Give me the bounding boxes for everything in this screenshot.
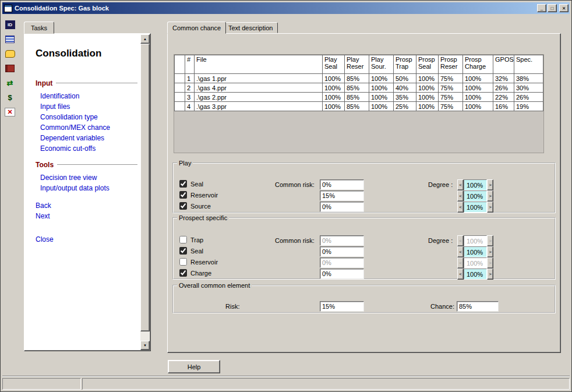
delete-toolbar-button[interactable]: ✕ [3,105,17,118]
trap-risk-input[interactable] [320,235,364,246]
close-link[interactable]: Close [36,235,137,243]
charge-checkbox-wrap[interactable]: Charge [179,269,211,277]
table-cell: 100% [323,83,345,93]
prospect-reservoir-degree-spinner: < 100% > [457,257,493,269]
source-risk-input[interactable] [320,202,364,212]
link-common-mex-chance[interactable]: Common/MEX chance [40,123,137,132]
link-consolidation-type[interactable]: Consolidation type [40,113,137,121]
scroll-thumb[interactable] [140,44,150,331]
minimize-button[interactable]: _ [537,4,546,12]
maximize-button[interactable]: □ [548,4,557,12]
prospect-reservoir-risk-input[interactable] [320,257,364,268]
help-button[interactable]: Help [168,360,220,373]
table-cell: 100% [416,102,439,111]
prospect-seal-checkbox-wrap[interactable]: Seal [179,247,203,255]
overall-chance-input[interactable] [457,301,499,312]
tasks-content: Consolidation Input Identification Input… [24,34,140,351]
back-link[interactable]: Back [36,202,137,210]
degree-increase-icon[interactable]: > [487,179,493,190]
close-button[interactable]: ✕ [559,4,569,12]
charge-checkbox[interactable] [179,269,187,277]
degree-decrease-icon[interactable]: < [457,257,464,269]
link-economic-cutoffs[interactable]: Economic cut-offs [40,144,137,153]
table-cell: 100% [416,93,439,102]
link-decision-tree-view[interactable]: Decision tree view [40,174,137,182]
overall-common-element-group: Overall common element Risk: Chance: [172,282,556,313]
table-cell: 100% [463,83,493,93]
tab-tasks[interactable]: Tasks [24,22,54,34]
page-title: Consolidation [36,48,137,59]
dollar-icon: $ [8,93,12,102]
scroll-up-icon[interactable]: ▲ [140,34,150,44]
scroll-down-icon[interactable]: ▼ [140,341,150,350]
prospect-seal-checkbox[interactable] [179,247,187,255]
status-cell [2,378,81,390]
section-rule [56,83,137,84]
row-selector[interactable] [175,83,185,93]
reservoir-checkbox-wrap[interactable]: Reservoir [179,191,218,199]
book-toolbar-button[interactable] [3,62,17,75]
seal-checkbox-wrap[interactable]: Seal [179,180,203,188]
degree-increase-icon[interactable]: > [487,235,493,246]
column-header: Play Reser [345,55,369,74]
prospect-reservoir-checkbox-wrap[interactable]: Reservoir [179,258,218,266]
tasks-scrollbar[interactable]: ▲ ▼ [140,34,150,350]
link-input-files[interactable]: Input files [40,103,137,111]
comment-toolbar-button[interactable] [3,47,17,60]
link-identification[interactable]: Identification [40,92,137,100]
prospect-seal-row: Seal < 100% > [174,246,555,258]
convert-toolbar-button[interactable]: ⇄ [3,76,17,89]
degree-label: Degree : [428,181,453,188]
link-dependent-variables[interactable]: Dependent variables [40,134,137,142]
table-row[interactable]: 4 .\gas 3.ppr 100% 85% 100% 25% 100% 75%… [175,102,543,111]
row-selector[interactable] [175,93,185,102]
seal-risk-input[interactable] [320,179,364,190]
degree-decrease-icon[interactable]: < [457,202,464,213]
tab-tasks-label: Tasks [31,24,47,31]
degree-decrease-icon[interactable]: < [457,269,464,280]
overall-group-title: Overall common element [177,282,252,289]
input-files-toolbar-button[interactable] [3,33,17,45]
tab-text-description[interactable]: Text description [223,22,278,33]
bottom-separator [2,376,570,377]
degree-increase-icon[interactable]: > [487,190,493,202]
table-row[interactable]: 2 .\gas 4.ppr 100% 85% 100% 40% 100% 75%… [175,83,543,93]
comment-icon [5,50,15,58]
row-selector[interactable] [175,74,185,83]
prospect-reservoir-checkbox[interactable] [179,258,187,266]
identification-toolbar-button[interactable]: ID [3,18,17,31]
table-cell: 85% [345,93,369,102]
table-row[interactable]: 1 .\gas 1.ppr 100% 85% 100% 50% 100% 75%… [175,74,543,83]
reservoir-checkbox[interactable] [179,191,187,199]
seal-checkbox[interactable] [179,180,187,188]
row-selector[interactable] [175,102,185,111]
table-row[interactable]: 3 .\gas 2.ppr 100% 85% 100% 35% 100% 75%… [175,93,543,102]
table-cell: 32% [493,74,514,83]
tab-common-chance-label: Common chance [172,24,221,31]
column-header: Prosp Reser [439,55,463,74]
source-checkbox[interactable] [179,202,187,210]
link-io-data-plots[interactable]: Input/output data plots [40,184,137,192]
reservoir-risk-input[interactable] [320,190,364,201]
degree-increase-icon[interactable]: > [487,257,493,269]
tab-common-chance[interactable]: Common chance [167,22,226,34]
degree-increase-icon[interactable]: > [487,269,493,280]
play-group-title: Play [177,160,193,167]
overall-risk-input[interactable] [320,301,364,312]
trap-checkbox-wrap[interactable]: Trap [179,236,203,243]
degree-increase-icon[interactable]: > [487,202,493,213]
next-link[interactable]: Next [36,212,137,220]
degree-decrease-icon[interactable]: < [457,190,464,202]
source-checkbox-wrap[interactable]: Source [179,202,211,210]
tasks-panel: Consolidation Input Identification Input… [24,33,151,351]
charge-risk-input[interactable] [320,269,364,279]
prospect-seal-risk-input[interactable] [320,246,364,257]
trap-checkbox[interactable] [179,236,187,243]
degree-decrease-icon[interactable]: < [457,235,464,246]
degree-increase-icon[interactable]: > [487,246,493,257]
economics-toolbar-button[interactable]: $ [3,91,17,104]
table-cell: 3 [185,93,195,102]
table-cell: .\gas 4.ppr [195,83,323,93]
degree-decrease-icon[interactable]: < [457,246,464,257]
degree-decrease-icon[interactable]: < [457,179,464,190]
